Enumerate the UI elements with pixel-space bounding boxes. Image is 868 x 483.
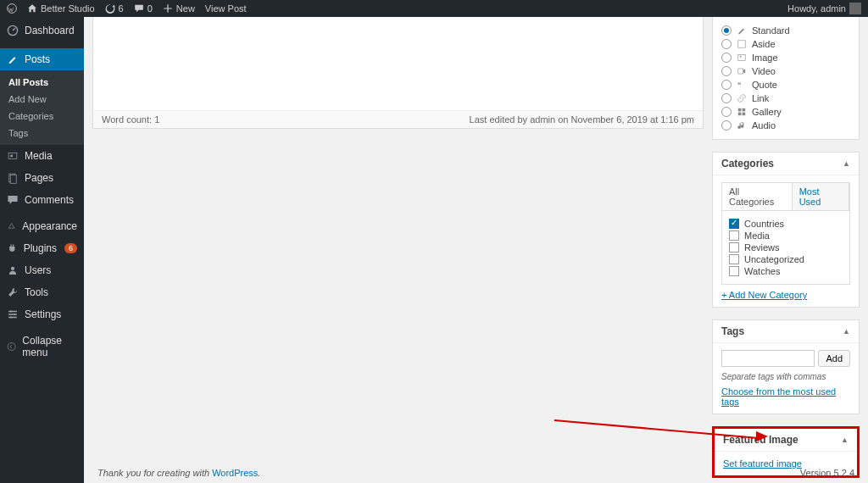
new-content[interactable]: New [163,3,195,14]
posts-submenu: All Posts Add New Categories Tags [0,70,84,145]
choose-most-used-tags[interactable]: Choose from the most used tags [721,386,850,407]
sidebar-item-appearance[interactable]: Appearance [0,215,84,237]
chevron-up-icon: ▲ [841,436,849,444]
tab-all-categories[interactable]: All Categories [722,183,793,210]
view-post[interactable]: View Post [205,3,247,14]
svg-rect-12 [738,54,745,60]
svg-point-13 [740,56,742,58]
categories-head[interactable]: Categories▲ [713,153,859,175]
featured-image-head[interactable]: Featured Image▲ [715,429,857,452]
svg-rect-11 [738,41,745,47]
svg-rect-5 [10,175,16,184]
format-link[interactable]: Link [721,92,850,105]
word-count: Word count: 1 [102,114,159,125]
add-tag-button[interactable]: Add [818,350,850,367]
sidebar-item-settings[interactable]: Settings [0,303,84,325]
sidebar-item-dashboard[interactable]: Dashboard [0,17,84,44]
svg-point-9 [10,316,12,318]
svg-rect-19 [743,113,746,116]
sidebar-item-media[interactable]: Media [0,145,84,167]
sidebar-item-pages[interactable]: Pages [0,167,84,189]
tags-input[interactable] [721,350,815,367]
tab-most-used[interactable]: Most Used [793,183,849,210]
submenu-tags[interactable]: Tags [0,125,84,142]
format-quote[interactable]: ❝Quote [721,78,850,92]
svg-point-6 [11,267,14,270]
sidebar-item-posts[interactable]: Posts [0,48,84,70]
cat-countries[interactable]: Countries [729,218,843,230]
svg-point-10 [8,342,15,350]
footer: Thank you for creating with WordPress. V… [84,463,868,483]
cat-uncategorized[interactable]: Uncategorized [729,253,843,265]
sidebar-item-comments[interactable]: Comments [0,189,84,211]
chevron-up-icon: ▲ [843,159,850,168]
plugins-badge: 6 [64,243,77,253]
admin-sidebar: Dashboard Posts All Posts Add New Catego… [0,17,84,483]
main: Word count: 1 Last edited by admin on No… [84,17,868,483]
format-gallery[interactable]: Gallery [721,105,850,119]
sidebar-item-tools[interactable]: Tools [0,281,84,303]
cat-watches[interactable]: Watches [729,265,843,277]
sidebar-item-users[interactable]: Users [0,259,84,281]
format-image[interactable]: Image [721,51,850,64]
admin-bar: Better Studio 6 0 New View Post Howdy, a… [0,0,868,17]
category-list: Countries Media Reviews Uncategorized Wa… [721,210,850,285]
svg-point-8 [14,314,15,315]
cat-media[interactable]: Media [729,230,843,242]
collapse-menu[interactable]: Collapse menu [0,330,84,364]
wordpress-link[interactable]: WordPress [212,468,258,478]
cat-reviews[interactable]: Reviews [729,242,843,253]
submenu-all-posts[interactable]: All Posts [0,74,84,91]
submenu-categories[interactable]: Categories [0,108,84,125]
svg-rect-16 [738,108,742,112]
right-column: Standard Aside Image Video ❝Quote Link G… [712,17,860,478]
avatar [849,3,861,14]
format-standard[interactable]: Standard [721,24,850,37]
thanks-text: Thank you for creating with [97,468,212,478]
svg-rect-18 [738,113,742,116]
tags-hint: Separate tags with commas [721,372,850,381]
svg-rect-14 [738,69,743,74]
last-edited: Last edited by admin on November 6, 2019… [470,114,694,125]
category-tabs: All Categories Most Used [721,182,850,210]
version-text: Version 5.2.4 [800,468,854,478]
format-audio[interactable]: Audio [721,119,850,132]
svg-rect-17 [743,108,746,112]
annotation-arrowhead [756,431,768,441]
submenu-add-new[interactable]: Add New [0,91,84,108]
categories-box: Categories▲ All Categories Most Used Cou… [712,152,860,308]
format-aside[interactable]: Aside [721,37,850,51]
wp-logo[interactable] [7,3,17,14]
sidebar-item-plugins[interactable]: Plugins6 [0,237,84,259]
tags-box: Tags▲ Add Separate tags with commas Choo… [712,319,860,414]
svg-point-7 [10,310,12,312]
add-new-category[interactable]: + Add New Category [721,290,807,300]
svg-point-3 [10,155,13,158]
site-name[interactable]: Better Studio [27,3,95,14]
chevron-up-icon: ▲ [843,327,850,336]
svg-text:❝: ❝ [737,80,741,89]
updates[interactable]: 6 [105,3,124,14]
format-box: Standard Aside Image Video ❝Quote Link G… [712,17,860,140]
tags-head[interactable]: Tags▲ [713,320,859,343]
editor-area[interactable]: Word count: 1 Last edited by admin on No… [92,17,704,129]
format-video[interactable]: Video [721,64,850,78]
editor-footer: Word count: 1 Last edited by admin on No… [93,110,703,128]
comments-bubble[interactable]: 0 [134,3,153,14]
howdy[interactable]: Howdy, admin [787,3,861,14]
